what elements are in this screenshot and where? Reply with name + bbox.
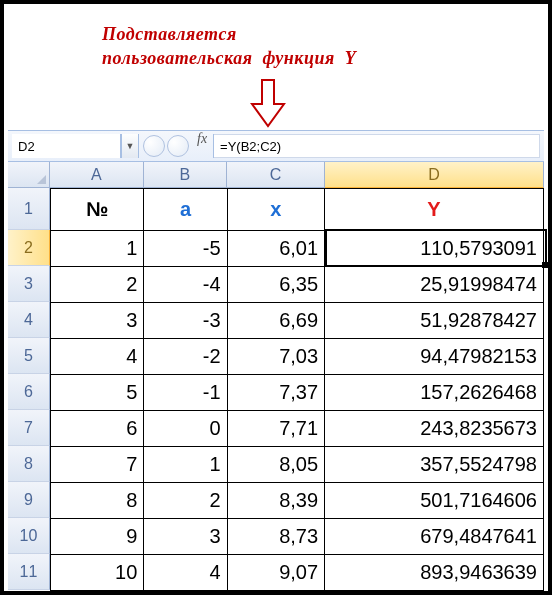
cell-D8[interactable]: 357,5524798 — [325, 447, 544, 483]
cell-C3[interactable]: 6,35 — [227, 267, 324, 303]
row-header-9[interactable]: 9 — [8, 482, 50, 518]
formula-nav-buttons — [139, 131, 193, 161]
row-header-3[interactable]: 3 — [8, 266, 50, 302]
enter-formula-button[interactable] — [167, 135, 189, 157]
formula-bar-strip: D2 ▼ fx =Y(B2;C2) — [8, 130, 544, 162]
cell-B9[interactable]: 2 — [144, 483, 227, 519]
cell-B7[interactable]: 0 — [144, 411, 227, 447]
cell-C1[interactable]: x — [227, 189, 324, 231]
cell-C2[interactable]: 6,01 — [227, 231, 324, 267]
cell-D4[interactable]: 51,92878427 — [325, 303, 544, 339]
table-row: 5-17,37157,2626468 — [51, 375, 544, 411]
cell-A1[interactable]: № — [51, 189, 144, 231]
cell-A10[interactable]: 9 — [51, 519, 144, 555]
fx-icon[interactable]: fx — [193, 131, 213, 161]
table-row: 1049,07893,9463639 — [51, 555, 544, 591]
cell-C5[interactable]: 7,03 — [227, 339, 324, 375]
cell-A8[interactable]: 7 — [51, 447, 144, 483]
table-row: 4-27,0394,47982153 — [51, 339, 544, 375]
col-header-D[interactable]: D — [325, 162, 544, 188]
down-arrow-icon — [248, 78, 288, 132]
chevron-down-icon: ▼ — [126, 141, 135, 151]
table-row: 1-56,01110,5793091 — [51, 231, 544, 267]
row-header-2[interactable]: 2 — [8, 230, 50, 266]
row-header-1[interactable]: 1 — [8, 188, 50, 230]
cell-B4[interactable]: -3 — [144, 303, 227, 339]
cell-A11[interactable]: 10 — [51, 555, 144, 591]
cell-B1[interactable]: a — [144, 189, 227, 231]
table-row: № a x Y — [51, 189, 544, 231]
cell-C4[interactable]: 6,69 — [227, 303, 324, 339]
cell-A4[interactable]: 3 — [51, 303, 144, 339]
caption-text: Подставляется пользовательская функция Y — [102, 22, 356, 70]
screenshot-frame: Подставляется пользовательская функция Y… — [0, 0, 552, 595]
cell-B10[interactable]: 3 — [144, 519, 227, 555]
formula-input[interactable]: =Y(B2;C2) — [214, 134, 540, 158]
cell-D10[interactable]: 679,4847641 — [325, 519, 544, 555]
cell-D9[interactable]: 501,7164606 — [325, 483, 544, 519]
cell-B6[interactable]: -1 — [144, 375, 227, 411]
caption-line1: Подставляется — [102, 24, 237, 44]
formula-value: =Y(B2;C2) — [220, 139, 281, 154]
name-box[interactable]: D2 — [12, 134, 121, 158]
row-headers: 1234567891011 — [8, 188, 50, 587]
row-header-10[interactable]: 10 — [8, 518, 50, 554]
cell-B2[interactable]: -5 — [144, 231, 227, 267]
row-header-4[interactable]: 4 — [8, 302, 50, 338]
cell-A5[interactable]: 4 — [51, 339, 144, 375]
cell-D2[interactable]: 110,5793091 — [325, 231, 544, 267]
cell-C11[interactable]: 9,07 — [227, 555, 324, 591]
name-box-value: D2 — [18, 139, 35, 154]
cell-grid[interactable]: № a x Y 1-56,01110,57930912-46,3525,9199… — [50, 188, 544, 587]
cancel-formula-button[interactable] — [143, 135, 165, 157]
row-header-5[interactable]: 5 — [8, 338, 50, 374]
cell-C9[interactable]: 8,39 — [227, 483, 324, 519]
row-header-6[interactable]: 6 — [8, 374, 50, 410]
cell-D3[interactable]: 25,91998474 — [325, 267, 544, 303]
cell-D7[interactable]: 243,8235673 — [325, 411, 544, 447]
cell-C7[interactable]: 7,71 — [227, 411, 324, 447]
cell-B5[interactable]: -2 — [144, 339, 227, 375]
row-header-7[interactable]: 7 — [8, 410, 50, 446]
cell-D6[interactable]: 157,2626468 — [325, 375, 544, 411]
row-header-11[interactable]: 11 — [8, 554, 50, 590]
cell-C10[interactable]: 8,73 — [227, 519, 324, 555]
row-header-8[interactable]: 8 — [8, 446, 50, 482]
cell-A3[interactable]: 2 — [51, 267, 144, 303]
table-row: 2-46,3525,91998474 — [51, 267, 544, 303]
cell-D11[interactable]: 893,9463639 — [325, 555, 544, 591]
cell-A6[interactable]: 5 — [51, 375, 144, 411]
col-header-B[interactable]: B — [144, 162, 228, 188]
cell-A7[interactable]: 6 — [51, 411, 144, 447]
name-box-dropdown[interactable]: ▼ — [121, 134, 139, 158]
table-row: 3-36,6951,92878427 — [51, 303, 544, 339]
spreadsheet-area: A B C D 1234567891011 № a x Y 1-56,01110… — [8, 162, 544, 587]
table-row: 607,71243,8235673 — [51, 411, 544, 447]
cell-B8[interactable]: 1 — [144, 447, 227, 483]
column-headers: A B C D — [50, 162, 544, 188]
cell-A2[interactable]: 1 — [51, 231, 144, 267]
col-header-C[interactable]: C — [227, 162, 325, 188]
cell-D1[interactable]: Y — [325, 189, 544, 231]
caption-line2: пользовательская функция Y — [102, 48, 356, 68]
cell-B11[interactable]: 4 — [144, 555, 227, 591]
cell-C8[interactable]: 8,05 — [227, 447, 324, 483]
select-all-corner[interactable] — [8, 162, 50, 188]
cell-C6[interactable]: 7,37 — [227, 375, 324, 411]
col-header-A[interactable]: A — [50, 162, 144, 188]
cell-D5[interactable]: 94,47982153 — [325, 339, 544, 375]
cell-B3[interactable]: -4 — [144, 267, 227, 303]
cell-A9[interactable]: 8 — [51, 483, 144, 519]
table-row: 718,05357,5524798 — [51, 447, 544, 483]
table-row: 828,39501,7164606 — [51, 483, 544, 519]
table-row: 938,73679,4847641 — [51, 519, 544, 555]
